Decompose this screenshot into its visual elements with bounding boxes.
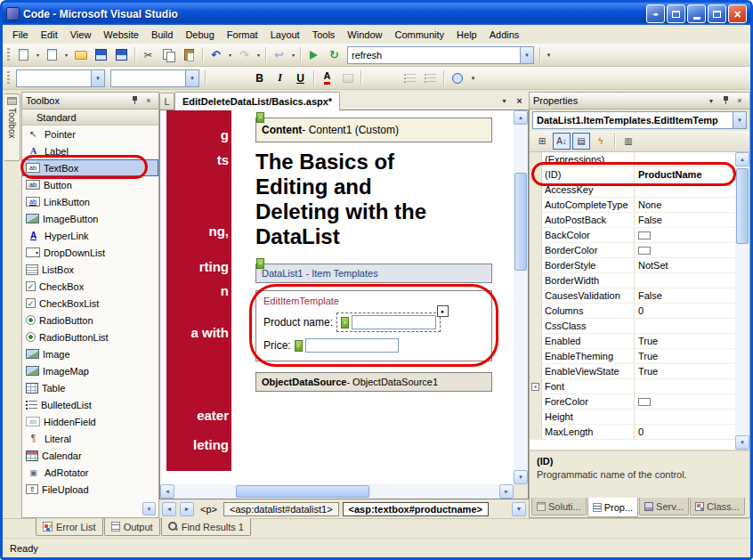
property-row-enabled[interactable]: EnabledTrue <box>530 334 735 349</box>
font-color-button[interactable]: A <box>317 69 337 88</box>
property-value[interactable]: True <box>635 349 735 363</box>
design-surface[interactable]: gtsng,rtingna witheaterleting › Content … <box>159 110 529 499</box>
toolbox-item-fileupload[interactable]: ⇑FileUpload <box>22 481 158 498</box>
tag-forward-button[interactable]: ► <box>180 502 194 516</box>
dock-button[interactable]: ◂▸ <box>646 4 665 23</box>
toolbox-titlebar[interactable]: Toolbox × <box>22 93 158 110</box>
datalist-header[interactable]: › DataList1 - Item Templates <box>255 264 492 283</box>
property-value[interactable]: False <box>635 288 735 303</box>
refresh-combobox-value[interactable]: refresh <box>348 50 520 61</box>
menu-item-build[interactable]: Build <box>145 27 179 43</box>
document-tab-active[interactable]: EditDeleteDataList/Basics.aspx* <box>174 92 340 110</box>
menu-item-addins[interactable]: Addins <box>483 27 526 43</box>
properties-view-button[interactable]: ▤ <box>572 133 590 150</box>
scroll-up-button[interactable]: ▲ <box>735 152 749 166</box>
document-close-button[interactable]: × <box>513 94 526 108</box>
tag-datalist[interactable]: <asp:datalist#datalist1> <box>223 502 339 516</box>
vertical-scroll-thumb[interactable] <box>514 173 527 271</box>
property-value[interactable]: NotSet <box>635 258 735 272</box>
window-mode-button[interactable] <box>667 4 685 23</box>
property-row-autocompletetype[interactable]: AutoCompleteTypeNone <box>530 198 735 213</box>
toolbar-options-button[interactable]: ▾ <box>467 69 479 88</box>
property-row-id[interactable]: (ID)ProductName <box>530 167 735 183</box>
property-row-autopostback[interactable]: AutoPostBackFalse <box>530 213 735 228</box>
numbered-list-button[interactable] <box>400 69 420 88</box>
toolbar-grip[interactable] <box>7 48 10 62</box>
properties-titlebar[interactable]: Properties ▼ × <box>530 93 749 110</box>
objectdatasource-box[interactable]: ObjectDataSource - ObjectDataSource1 <box>255 372 492 392</box>
property-value[interactable]: 0 <box>635 425 735 439</box>
minimize-button[interactable] <box>687 4 706 23</box>
menu-item-file[interactable]: File <box>6 27 35 43</box>
menu-item-edit[interactable]: Edit <box>35 27 64 43</box>
toolbox-item-adrotator[interactable]: ▣AdRotator <box>22 464 158 481</box>
product-name-textbox-field[interactable] <box>352 315 436 329</box>
property-row-enableviewstate[interactable]: EnableViewStateTrue <box>530 364 735 379</box>
scroll-down-button[interactable]: ▼ <box>514 470 528 484</box>
property-row-forecolor[interactable]: ForeColor <box>530 394 735 410</box>
toolbox-item-literal[interactable]: ¶Literal <box>22 430 158 447</box>
property-value[interactable] <box>635 273 735 288</box>
refresh-combobox[interactable]: refresh ▼ <box>347 46 534 64</box>
property-row-expressions[interactable]: (Expressions) <box>530 152 735 167</box>
menu-item-layout[interactable]: Layout <box>264 27 306 43</box>
font-combobox[interactable]: ▼ <box>110 69 199 87</box>
menu-item-website[interactable]: Website <box>97 27 145 43</box>
horizontal-scroll-thumb[interactable] <box>236 485 369 498</box>
property-row-backcolor[interactable]: BackColor <box>530 228 735 243</box>
events-button[interactable]: ϟ <box>592 133 610 150</box>
property-row-borderwidth[interactable]: BorderWidth <box>530 273 735 288</box>
toolbox-item-checkbox[interactable]: ✓CheckBox <box>22 278 158 295</box>
italic-button[interactable]: I <box>270 69 290 88</box>
property-value[interactable] <box>635 183 735 197</box>
undo-button[interactable]: ↶ <box>206 45 226 65</box>
close-button[interactable]: × <box>728 4 747 23</box>
menu-item-help[interactable]: Help <box>450 27 483 43</box>
toolbox-item-hyperlink[interactable]: AHyperLink <box>22 227 158 244</box>
combobox-arrow-icon[interactable]: ▼ <box>520 47 533 63</box>
bold-button[interactable]: B <box>249 69 270 88</box>
property-pages-button[interactable]: ▥ <box>619 133 637 150</box>
save-all-button[interactable] <box>111 45 132 65</box>
property-value[interactable] <box>635 319 735 333</box>
style-combobox[interactable]: ▼ <box>16 69 105 87</box>
document-tab-partial[interactable]: L <box>159 93 174 110</box>
new-website-button[interactable] <box>13 45 34 65</box>
toolbox-item-listbox[interactable]: ListBox <box>22 261 158 278</box>
smart-tag-button[interactable]: ▸ <box>437 305 449 317</box>
toolbar-options-button[interactable]: ▾ <box>543 45 555 65</box>
redo-button[interactable]: ↷ <box>234 45 255 65</box>
titlebar[interactable]: Code - Microsoft Visual Studio ◂▸ × <box>3 3 750 25</box>
property-row-columns[interactable]: Columns0 <box>530 304 735 319</box>
property-value[interactable]: None <box>635 198 735 212</box>
add-item-button[interactable] <box>42 45 62 65</box>
price-textbox-field[interactable] <box>305 338 399 353</box>
categorized-button[interactable]: ⊞ <box>533 133 551 150</box>
toolbox-side-tab[interactable]: Toolbox <box>4 93 20 161</box>
property-value[interactable]: True <box>635 364 735 378</box>
property-row-bordercolor[interactable]: BorderColor <box>530 243 735 258</box>
toolbox-item-imagemap[interactable]: ImageMap <box>22 362 158 379</box>
property-value[interactable] <box>635 152 735 166</box>
toolbox-close-button[interactable]: × <box>142 95 155 107</box>
design-horizontal-scrollbar[interactable]: ◄ ► <box>160 484 514 499</box>
property-value[interactable] <box>635 243 735 257</box>
toolbox-item-label[interactable]: ALabel <box>22 142 158 159</box>
highlight-button[interactable] <box>337 69 358 88</box>
redo-dropdown[interactable]: ▾ <box>255 45 263 65</box>
panel-tab-find-results-1[interactable]: Find Results 1 <box>161 518 251 536</box>
underline-button[interactable]: U <box>290 69 311 88</box>
toolbox-item-calendar[interactable]: Calendar <box>22 447 158 464</box>
property-row-borderstyle[interactable]: BorderStyleNotSet <box>530 258 735 273</box>
toolbox-item-radiobutton[interactable]: RadioButton <box>22 312 158 329</box>
design-vertical-scrollbar[interactable]: ▲ ▼ <box>514 110 528 484</box>
toolbox-item-hiddenfield[interactable]: abHiddenField <box>22 413 158 430</box>
menu-item-debug[interactable]: Debug <box>179 27 220 43</box>
property-row-maxlength[interactable]: MaxLength0 <box>530 425 735 440</box>
panel-tab-output[interactable]: Output <box>104 518 160 536</box>
property-row-causesvalidation[interactable]: CausesValidationFalse <box>530 288 735 304</box>
cut-button[interactable]: ✂ <box>138 45 158 65</box>
toolbox-scroll-down-button[interactable]: ▼ <box>142 502 156 515</box>
save-button[interactable] <box>91 45 111 65</box>
navigate-back-button[interactable]: ↩ <box>269 45 289 65</box>
